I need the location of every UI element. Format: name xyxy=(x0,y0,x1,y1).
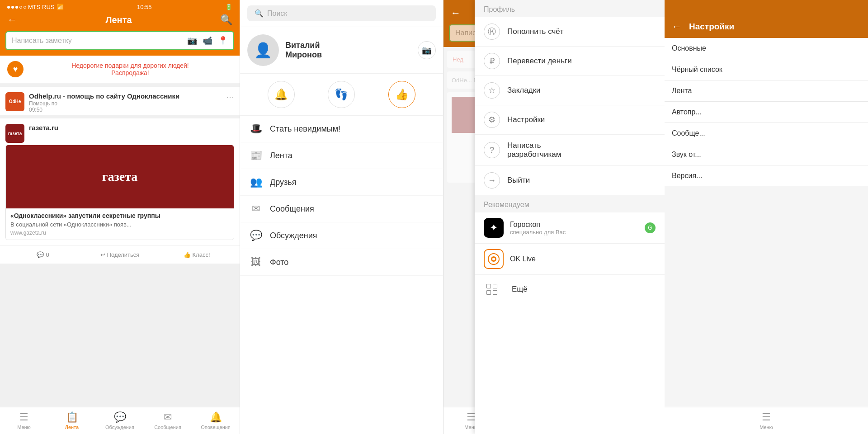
messages-icon: ✉ xyxy=(164,411,172,423)
menu-item-messages[interactable]: ✉ Сообщения xyxy=(240,196,443,222)
feed-more-button[interactable]: ⋯ xyxy=(226,92,234,102)
search-icon: 🔍 xyxy=(255,9,264,18)
write-box: Написать заметку 📷 📹 📍 xyxy=(0,31,240,56)
panel-feed: MTS RUS 📶 10:55 🔋 ← Лента 🔍 Написать зам… xyxy=(0,0,240,434)
write-input[interactable]: Написать заметку 📷 📹 📍 xyxy=(5,31,234,50)
feed-avatar-odhelp: OdHe xyxy=(5,92,24,111)
logout-icon: → xyxy=(484,172,500,189)
photos-icon: 🖼 xyxy=(249,255,263,269)
promo-banner: ♥ Недорогие подарки для дорогих людей!Ра… xyxy=(0,56,240,83)
discussions-menu-label: Обсуждения xyxy=(270,231,317,241)
location-icon[interactable]: 📍 xyxy=(218,36,228,46)
wifi-icon: 📶 xyxy=(57,4,64,10)
profile-left: 👤 Виталий Миронов xyxy=(247,34,322,66)
topup-label: Пополнить счёт xyxy=(507,27,564,36)
settings-item-sound[interactable]: Звук от... xyxy=(665,144,868,165)
search-input[interactable]: 🔍 Поиск xyxy=(247,5,436,21)
feed-icon: 📋 xyxy=(66,411,78,423)
panel4-nav-menu[interactable]: ☰ Меню xyxy=(665,407,868,434)
clock: 10:55 xyxy=(137,4,152,10)
dot5 xyxy=(24,6,26,9)
settings-item-blacklist[interactable]: Чёрный список xyxy=(665,59,868,80)
grid-icon xyxy=(486,284,497,295)
recommend-horoscope[interactable]: ✦ Гороскоп специально для Вас G xyxy=(475,212,665,244)
dropdown-topup[interactable]: Ⓚ Пополнить счёт xyxy=(475,17,665,47)
menu-list: 🎩 Стать невидимым! 📰 Лента 👥 Друзья ✉ Со… xyxy=(240,116,443,434)
nav-discussions[interactable]: 💬 Обсуждения xyxy=(96,407,144,434)
settings-nav: ← Настройки xyxy=(665,0,868,38)
signal-dots xyxy=(7,6,26,9)
settings-item-basic[interactable]: Основные xyxy=(665,38,868,59)
feed-actions: 💬 0 ↩ Поделиться 👍 Класс! xyxy=(0,245,240,264)
menu-icon: ☰ xyxy=(19,411,28,423)
camera-button[interactable]: 📷 xyxy=(418,41,436,59)
feed-label: Лента xyxy=(65,425,79,430)
transfer-icon: ₽ xyxy=(484,53,500,69)
settings-version: Версия... xyxy=(665,165,868,186)
settings-item-auto[interactable]: Автопр... xyxy=(665,102,868,123)
bottom-nav: ☰ Меню 📋 Лента 💬 Обсуждения ✉ Сообщения … xyxy=(0,407,240,434)
camera-icon[interactable]: 📷 xyxy=(187,36,197,46)
steps-action-btn[interactable]: 👣 xyxy=(328,81,355,108)
oklive-title: OK Live xyxy=(510,255,656,263)
discussions-menu-icon: 💬 xyxy=(249,229,263,242)
notifications-label: Оповещения xyxy=(201,425,231,430)
dropdown-transfer[interactable]: ₽ Перевести деньги xyxy=(475,47,665,76)
settings-back-button[interactable]: ← xyxy=(672,21,682,33)
menu-item-invisible[interactable]: 🎩 Стать невидимым! xyxy=(240,116,443,142)
horoscope-sub: специально для Вас xyxy=(510,229,638,236)
settings-item-feed[interactable]: Лента xyxy=(665,80,868,102)
profile-avatar[interactable]: 👤 xyxy=(247,34,279,66)
like-icon: 👍 xyxy=(184,251,191,258)
back-button[interactable]: ← xyxy=(7,14,17,26)
nav-notifications[interactable]: 🔔 Оповещения xyxy=(192,407,240,434)
dot2 xyxy=(11,6,14,9)
panel3-write-placeholder: Напис xyxy=(455,29,476,37)
recommend-oklive[interactable]: OK Live xyxy=(475,244,665,275)
write-dev-icon: ? xyxy=(484,142,500,158)
more-grid-icon xyxy=(484,281,500,297)
panel-feed-with-dropdown: ← Лента Напис Нед OdHe... Помощь по газе… xyxy=(443,0,665,434)
video-icon[interactable]: 📹 xyxy=(203,36,212,46)
write-icons: 📷 📹 📍 xyxy=(187,36,228,46)
article-card[interactable]: газета «Одноклассники» запустили секретн… xyxy=(5,145,234,240)
dropdown-write-dev[interactable]: ? Написатьразработчикам xyxy=(475,135,665,166)
dot3 xyxy=(15,6,18,9)
share-label: Поделиться xyxy=(107,251,140,258)
messages-label: Сообщения xyxy=(154,425,181,430)
menu-label: Меню xyxy=(17,425,31,430)
settings-list: Основные Чёрный список Лента Автопр... С… xyxy=(665,38,868,407)
menu-item-feed[interactable]: 📰 Лента xyxy=(240,142,443,169)
article-source: газета.ru xyxy=(29,124,234,132)
article-info-block: «Одноклассники» запустили секретные груп… xyxy=(6,208,234,240)
like-action-btn[interactable]: 👍 xyxy=(388,81,415,108)
menu-item-photos[interactable]: 🖼 Фото xyxy=(240,249,443,276)
notifications-action-btn[interactable]: 🔔 xyxy=(268,81,295,108)
menu-item-friends[interactable]: 👥 Друзья xyxy=(240,169,443,196)
like-button[interactable]: 👍 Класс! xyxy=(159,249,234,261)
nav-messages[interactable]: ✉ Сообщения xyxy=(144,407,192,434)
menu-item-discussions[interactable]: 💬 Обсуждения xyxy=(240,222,443,249)
messages-menu-label: Сообщения xyxy=(270,204,314,214)
article-title: «Одноклассники» запустили секретные груп… xyxy=(10,212,229,219)
search-button[interactable]: 🔍 xyxy=(220,14,232,26)
dropdown-menu: Профиль Ⓚ Пополнить счёт ₽ Перевести ден… xyxy=(475,0,665,434)
more-item[interactable]: Ещё xyxy=(475,275,665,304)
panel-menu: 🔍 Поиск 👤 Виталий Миронов 📷 🔔 👣 👍 🎩 Стат… xyxy=(240,0,443,434)
dropdown-logout[interactable]: → Выйти xyxy=(475,166,665,195)
bookmarks-label: Закладки xyxy=(507,86,541,95)
dropdown-settings[interactable]: ⚙ Настройки xyxy=(475,105,665,135)
invisible-label: Стать невидимым! xyxy=(270,124,340,134)
settings-item-messages[interactable]: Сообще... xyxy=(665,123,868,144)
invisible-icon: 🎩 xyxy=(249,122,263,136)
status-bar: MTS RUS 📶 10:55 🔋 xyxy=(0,0,240,12)
dropdown-bookmarks[interactable]: ☆ Закладки xyxy=(475,76,665,105)
article-avatar: газета xyxy=(5,124,24,143)
nav-feed[interactable]: 📋 Лента xyxy=(48,407,96,434)
discussions-label: Обсуждения xyxy=(105,425,134,430)
comment-button[interactable]: 💬 0 xyxy=(5,249,80,261)
share-button[interactable]: ↩ Поделиться xyxy=(82,249,157,261)
nav-menu[interactable]: ☰ Меню xyxy=(0,407,48,434)
feed-item-odhelp: OdHe Odhelp.ru - помощь по сайту Однокла… xyxy=(0,87,240,115)
horoscope-badge: G xyxy=(645,222,656,233)
